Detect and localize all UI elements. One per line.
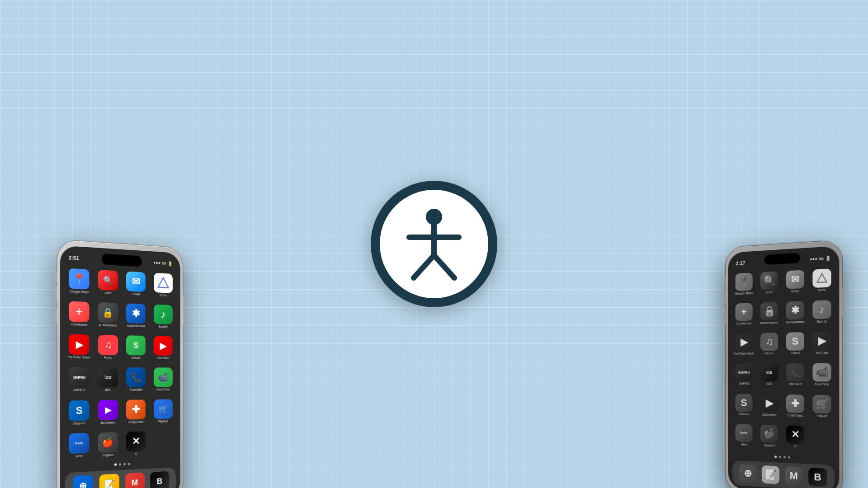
app-countdown-right[interactable]: + Countdown: [733, 303, 755, 330]
phone-left: 2:51 ●●● 5G 🔋 📍 Google Maps: [57, 239, 183, 488]
app-drive-right[interactable]: Drive: [810, 268, 834, 297]
app-googlemaps-right[interactable]: 📍 Google Maps: [733, 272, 755, 300]
app-icon-safari: ⊕: [73, 475, 93, 488]
app-jiocinema-right[interactable]: ▶ JioCinema: [758, 394, 780, 422]
app-icon-auth2-right: ✱: [786, 301, 804, 320]
app-icon-youtube: ▶: [154, 336, 173, 356]
app-icon-solves: S: [126, 336, 146, 356]
app-icon-notes: 📝: [99, 474, 119, 488]
app-codycross-left[interactable]: ✚ CodyCross: [124, 399, 147, 427]
app-icon-here-right: here: [736, 424, 753, 442]
app-jiocinema-left[interactable]: ▶ JioCinema: [96, 400, 120, 428]
app-icon-spotify-right: ♪: [812, 300, 831, 319]
app-youtube-right[interactable]: ▶ YouTube: [810, 332, 834, 360]
dock-gmail-left[interactable]: M: [125, 472, 144, 488]
app-flipkart-left[interactable]: 🛒 Flipkart: [152, 399, 175, 427]
app-facetime-left[interactable]: 📹 FaceTime: [152, 368, 175, 395]
iphone-frame-left: 2:51 ●●● 5G 🔋 📍 Google Maps: [57, 239, 183, 488]
app-shazam-left[interactable]: S Shazam: [67, 400, 91, 429]
app-ytmusic-right[interactable]: ▶ YouTube Music: [733, 333, 755, 360]
app-email-right[interactable]: ✉ Email: [784, 270, 807, 298]
app-solves-left[interactable]: S Solves: [124, 335, 147, 363]
dot-r4: [788, 456, 790, 459]
dock-safari-right[interactable]: ⊕: [739, 464, 756, 483]
screen-right: 2:17 ●●● 5G 🔋 📍 Google Maps: [728, 246, 840, 488]
svg-marker-0: [158, 277, 168, 288]
app-music-right[interactable]: ♫ Music: [758, 333, 780, 360]
dock-bereal-left[interactable]: B: [150, 471, 169, 488]
volume-up-button: [55, 286, 57, 302]
iphone-frame-right: 2:17 ●●● 5G 🔋 📍 Google Maps: [726, 240, 842, 488]
app-idb-left[interactable]: iDB iDB: [96, 367, 120, 395]
app-icon-support: 🍎: [98, 432, 118, 453]
app-here-right[interactable]: here Here: [733, 424, 755, 451]
app-lens-right[interactable]: 🔍 Lens: [758, 271, 780, 299]
app-icon-codycross-right: ✚: [786, 394, 804, 413]
dock-notes-right[interactable]: 📝: [762, 465, 779, 484]
dock-right: ⊕ 📝 M B: [732, 460, 835, 488]
app-codycross-right[interactable]: ✚ CodyCross: [784, 394, 807, 422]
app-ytmusic-left[interactable]: ▶ YouTube Music: [67, 334, 91, 363]
app-music-left[interactable]: ♫ Music: [96, 335, 120, 363]
app-flipkart-right[interactable]: 🛒 Flipkart: [810, 394, 834, 422]
dock-safari-left[interactable]: ⊕: [73, 475, 93, 488]
network-type-right: 5G: [819, 256, 824, 261]
app-auth1-left[interactable]: 🔒 Authenticator: [96, 302, 120, 331]
status-icons-right: ●●● 5G 🔋: [810, 255, 830, 262]
app-solves-right[interactable]: S Solves: [784, 332, 807, 360]
dock-notes-left[interactable]: 📝: [99, 474, 119, 488]
dot-4: [127, 463, 130, 465]
app-truecaller-left[interactable]: 📞 Truecaller: [124, 368, 147, 395]
app-icon-smpro: SMPRO: [69, 367, 90, 388]
app-icon-drive-right: [812, 268, 831, 288]
svg-line-6: [434, 255, 454, 278]
dot-r2: [779, 456, 781, 458]
app-icon-jiocinema: ▶: [98, 400, 118, 420]
app-youtube-left[interactable]: ▶ YouTube: [152, 336, 175, 364]
app-icon-gmail-right: M: [785, 466, 803, 485]
dock-gmail-right[interactable]: M: [785, 466, 803, 485]
app-grid-right: 📍 Google Maps 🔍 Lens ✉ Email: [728, 266, 840, 456]
app-icon-auth1: 🔒: [98, 302, 118, 323]
accessibility-inner: [380, 190, 488, 298]
app-icon-facetime: 📹: [154, 368, 173, 387]
app-idb-right[interactable]: iDB iDB: [758, 363, 780, 390]
app-email-left[interactable]: ✉ Email: [124, 271, 147, 300]
app-icon-gm-right: 📍: [736, 272, 753, 291]
app-auth2-left[interactable]: ✱ Authenticator: [124, 303, 147, 331]
app-auth2-right[interactable]: ✱ Authenticator: [784, 301, 807, 329]
dock-bereal-right[interactable]: B: [808, 468, 827, 487]
phone-right: 2:17 ●●● 5G 🔋 📍 Google Maps: [726, 240, 842, 488]
app-shazam-right[interactable]: S Shazam: [733, 394, 755, 421]
app-spotify-right[interactable]: ♪ Spotify: [810, 300, 834, 328]
app-googlemaps-left[interactable]: 📍 Google Maps: [67, 268, 91, 297]
app-icon-flipkart-right: 🛒: [812, 394, 831, 413]
signal-icon-right: ●●●: [810, 256, 817, 261]
app-facetime-right[interactable]: 📹 FaceTime: [810, 363, 834, 391]
app-icon-youtube-right: ▶: [812, 332, 831, 350]
dot-2: [119, 463, 121, 465]
accessibility-icon: [371, 181, 497, 307]
app-icon-idb: iDB: [98, 367, 118, 388]
dock-left: ⊕ 📝 M B: [65, 467, 176, 488]
app-icon-support-right: 🍎: [760, 424, 778, 443]
app-icon-ytmusic-right: ▶: [736, 333, 753, 352]
app-drive-left[interactable]: Drive: [152, 273, 175, 301]
app-countdown-left[interactable]: + Countdown: [67, 301, 91, 330]
app-support-left[interactable]: 🍎 Support: [96, 432, 120, 461]
app-spotify-left[interactable]: ♪ Spotify: [152, 305, 175, 332]
app-smpro-right[interactable]: SMPRO SMPRO: [733, 364, 755, 390]
app-icon-countdown: +: [69, 301, 90, 322]
app-smpro-left[interactable]: SMPRO SMPRO: [67, 367, 91, 396]
svg-marker-1: [158, 277, 168, 288]
app-lens-left[interactable]: 🔍 Lens: [96, 270, 120, 299]
app-support-right[interactable]: 🍎 Support: [758, 424, 780, 452]
app-grid-left: 📍 Google Maps 🔍 Lens ✉ Email: [60, 266, 180, 464]
app-icon-music-right: ♫: [760, 333, 778, 351]
app-truecaller-right[interactable]: 📞 Truecaller: [784, 363, 807, 391]
mute-button-right: [724, 277, 726, 286]
app-x-left[interactable]: ✕ X: [124, 431, 147, 460]
app-x-right[interactable]: ✕ X: [784, 425, 807, 453]
app-auth1-right[interactable]: 🔒 Authenticator: [758, 302, 780, 329]
app-here-left[interactable]: here Here: [67, 433, 91, 462]
